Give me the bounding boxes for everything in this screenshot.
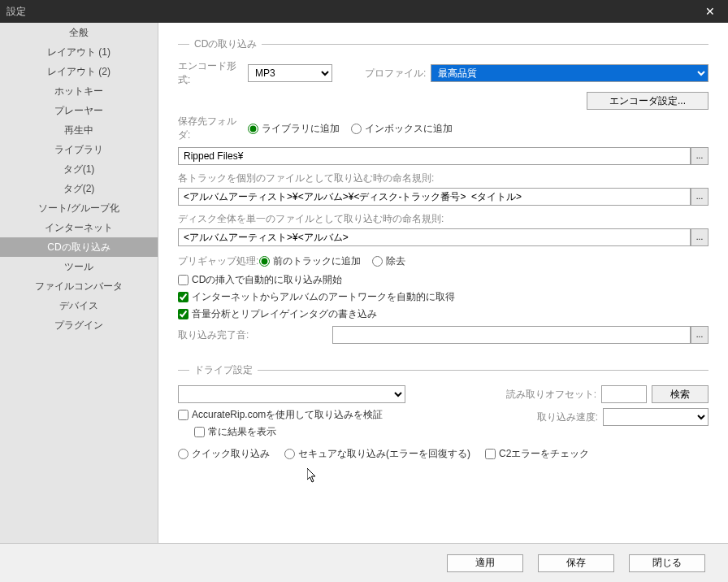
- sidebar-item-layout2[interactable]: レイアウト (2): [0, 62, 158, 81]
- per-track-pattern-input[interactable]: [178, 188, 691, 206]
- sidebar-item-layout1[interactable]: レイアウト (1): [0, 42, 158, 62]
- per-track-caption: 各トラックを個別のファイルとして取り込む時の命名規則:: [178, 172, 708, 185]
- section-header-drive: ドライブ設定: [178, 363, 708, 377]
- sidebar-item-tools[interactable]: ツール: [0, 257, 158, 276]
- close-button[interactable]: 閉じる: [629, 554, 705, 572]
- drive-select[interactable]: [178, 385, 405, 403]
- sidebar-item-hotkeys[interactable]: ホットキー: [0, 81, 158, 101]
- checkbox-accuraterip-label: AccurateRip.comを使用して取り込みを検証: [192, 408, 383, 422]
- browse-whole-disc-button[interactable]: ...: [691, 228, 708, 246]
- pregap-radio-append[interactable]: 前のトラックに追加: [259, 254, 361, 268]
- radio-quick-rip-label: クイック取り込み: [192, 447, 270, 461]
- section-title-cd-ripping: CDの取り込み: [194, 37, 257, 51]
- sidebar-item-tags2[interactable]: タグ(2): [0, 179, 158, 198]
- read-offset-input[interactable]: [601, 385, 647, 403]
- checkbox-c2-label: C2エラーをチェック: [499, 447, 589, 461]
- window-title: 設定: [6, 5, 26, 19]
- whole-disc-pattern-input[interactable]: [178, 228, 691, 246]
- sidebar-item-devices[interactable]: デバイス: [0, 296, 158, 315]
- save-radio-library-label: ライブラリに追加: [262, 122, 340, 136]
- save-radio-library[interactable]: ライブラリに追加: [248, 122, 340, 136]
- search-button[interactable]: 検索: [652, 385, 708, 403]
- complete-sound-label: 取り込み完了音:: [178, 328, 267, 342]
- checkbox-accuraterip[interactable]: AccurateRip.comを使用して取り込みを検証: [178, 408, 537, 422]
- browse-per-track-button[interactable]: ...: [691, 188, 708, 206]
- encode-format-label: エンコード形式:: [178, 59, 248, 87]
- section-title-drive: ドライブ設定: [194, 363, 253, 377]
- checkbox-always-show[interactable]: 常に結果を表示: [194, 425, 537, 439]
- sidebar-item-nowplaying[interactable]: 再生中: [0, 120, 158, 140]
- browse-save-path-button[interactable]: ...: [691, 147, 708, 165]
- sidebar-item-plugins[interactable]: プラグイン: [0, 315, 158, 335]
- profile-label: プロファイル:: [365, 67, 426, 80]
- sidebar-item-internet[interactable]: インターネット: [0, 218, 158, 237]
- section-header-cd-ripping: CDの取り込み: [178, 37, 708, 51]
- pregap-remove-label: 除去: [386, 254, 405, 268]
- radio-quick-rip[interactable]: クイック取り込み: [178, 447, 270, 461]
- checkbox-artwork[interactable]: インターネットからアルバムのアートワークを自動的に取得: [178, 290, 708, 304]
- checkbox-replaygain-label: 音量分析とリプレイゲインタグの書き込み: [192, 307, 377, 321]
- encoder-settings-button[interactable]: エンコーダ設定...: [587, 92, 708, 110]
- checkbox-artwork-label: インターネットからアルバムのアートワークを自動的に取得: [192, 290, 455, 304]
- titlebar: 設定 ✕: [0, 0, 728, 23]
- sidebar-item-tags1[interactable]: タグ(1): [0, 159, 158, 179]
- checkbox-c2-errors[interactable]: C2エラーをチェック: [485, 447, 589, 461]
- pregap-append-label: 前のトラックに追加: [273, 254, 361, 268]
- checkbox-always-show-label: 常に結果を表示: [208, 425, 276, 439]
- sidebar-item-file-converter[interactable]: ファイルコンバータ: [0, 276, 158, 296]
- sidebar-item-general[interactable]: 全般: [0, 23, 158, 42]
- radio-secure-rip[interactable]: セキュアな取り込み(エラーを回復する): [284, 447, 470, 461]
- pregap-label: プリギャップ処理:: [178, 254, 259, 268]
- save-button[interactable]: 保存: [538, 554, 614, 572]
- save-radio-inbox[interactable]: インボックスに追加: [351, 122, 453, 136]
- sidebar-item-library[interactable]: ライブラリ: [0, 140, 158, 159]
- whole-disc-caption: ディスク全体を単一のファイルとして取り込む時の命名規則:: [178, 212, 708, 226]
- content-panel: CDの取り込み エンコード形式: MP3 プロファイル: 最高品質 エンコーダ設…: [158, 23, 728, 543]
- save-path-input[interactable]: [178, 147, 691, 165]
- apply-button[interactable]: 適用: [447, 554, 523, 572]
- profile-select[interactable]: 最高品質: [431, 64, 708, 82]
- rip-speed-select[interactable]: [603, 408, 708, 426]
- pregap-radio-remove[interactable]: 除去: [372, 254, 405, 268]
- sidebar-item-player[interactable]: プレーヤー: [0, 101, 158, 120]
- checkbox-auto-rip-label: CDの挿入で自動的に取り込み開始: [192, 273, 342, 287]
- close-icon[interactable]: ✕: [699, 5, 722, 18]
- read-offset-label: 読み取りオフセット:: [506, 388, 596, 402]
- encode-format-select[interactable]: MP3: [248, 64, 332, 82]
- save-folder-label: 保存先フォルダ:: [178, 115, 248, 142]
- sidebar: 全般 レイアウト (1) レイアウト (2) ホットキー プレーヤー 再生中 ラ…: [0, 23, 158, 543]
- checkbox-replaygain[interactable]: 音量分析とリプレイゲインタグの書き込み: [178, 307, 708, 321]
- sidebar-item-sorting[interactable]: ソート/グループ化: [0, 198, 158, 218]
- sidebar-item-cd-ripping[interactable]: CDの取り込み: [0, 237, 158, 257]
- complete-sound-input[interactable]: [332, 326, 691, 344]
- radio-secure-rip-label: セキュアな取り込み(エラーを回復する): [298, 447, 470, 461]
- checkbox-auto-rip[interactable]: CDの挿入で自動的に取り込み開始: [178, 273, 708, 287]
- save-radio-inbox-label: インボックスに追加: [365, 122, 453, 136]
- footer: 適用 保存 閉じる: [0, 543, 728, 582]
- rip-speed-label: 取り込み速度:: [537, 410, 598, 424]
- browse-complete-sound-button[interactable]: ...: [691, 326, 708, 344]
